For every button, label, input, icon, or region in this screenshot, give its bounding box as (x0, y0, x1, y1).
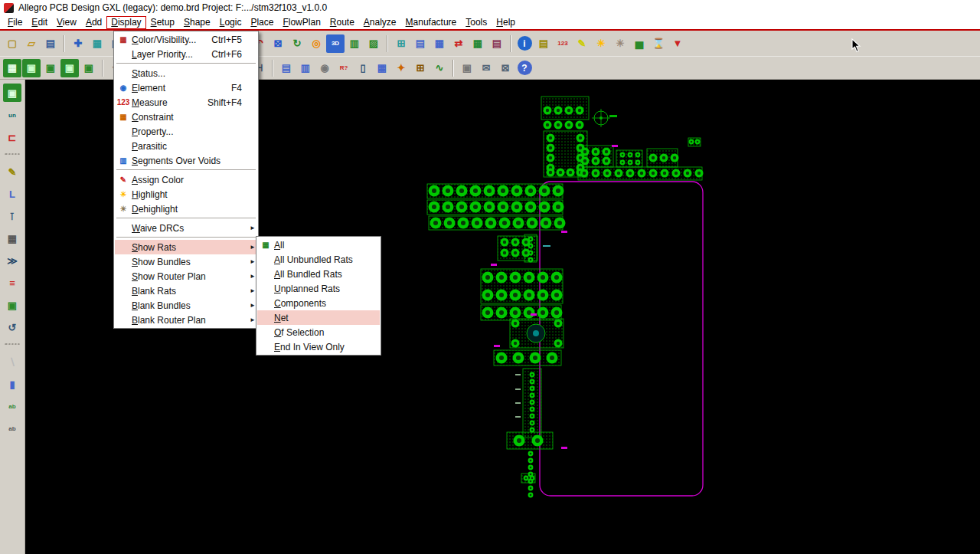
visibility-save2-icon[interactable]: ▣ (41, 59, 60, 77)
menu-item-rats-end-in-view[interactable]: End In View Only (257, 339, 380, 354)
board-small-icon[interactable]: ▣ (3, 296, 21, 314)
move-icon[interactable]: ✚ (69, 34, 87, 53)
crop-tool-icon[interactable]: ▦ (3, 229, 21, 247)
menu-route[interactable]: Route (325, 16, 359, 29)
cross-section-icon[interactable]: ▤ (488, 34, 506, 53)
color192-icon[interactable]: ▦ (3, 59, 21, 77)
film-icon[interactable]: ▥ (345, 34, 364, 53)
measure-123-icon[interactable]: 123 (554, 34, 572, 53)
panel-icon[interactable]: ▯ (354, 59, 372, 77)
menu-shape[interactable]: Shape (179, 16, 215, 29)
help-icon[interactable]: ? (518, 61, 532, 75)
menu-item-measure[interactable]: 123 Measure Shift+F4 (115, 95, 257, 110)
line-tool-icon[interactable]: ∖ (3, 352, 21, 371)
zoom-selection-icon[interactable]: ⊠ (269, 34, 287, 53)
report-icon[interactable]: ▤ (534, 34, 553, 53)
add-text-icon[interactable]: ab (3, 397, 21, 415)
hourglass-icon[interactable]: ⌛ (649, 34, 668, 53)
menu-display[interactable]: Display (106, 16, 145, 29)
menu-manufacture[interactable]: Manufacture (401, 16, 462, 29)
menu-item-blank-bundles[interactable]: Blank Bundles ► (115, 298, 257, 313)
refdes-icon[interactable]: R? (335, 59, 353, 77)
save-icon[interactable]: ▤ (41, 34, 60, 53)
menu-item-blank-router-plan[interactable]: Blank Router Plan ► (115, 313, 257, 327)
edit-text-icon[interactable]: ab (3, 419, 21, 438)
visibility-save3-icon[interactable]: ▣ (60, 59, 79, 77)
label-tool-icon[interactable]: L (3, 185, 21, 203)
3d-view-icon[interactable]: 3D (326, 34, 345, 53)
menu-item-color-visibility[interactable]: ▦ Color/Visibility... Ctrl+F5 (115, 32, 257, 47)
menu-item-rats-components[interactable]: Components (257, 296, 380, 310)
menu-item-show-router-plan[interactable]: Show Router Plan ► (115, 269, 257, 284)
open-folder-icon[interactable]: ▱ (22, 34, 41, 53)
snap-grid-icon[interactable]: ⊞ (411, 59, 430, 77)
menu-edit[interactable]: Edit (27, 16, 52, 29)
connector-icon[interactable]: ⊏ (3, 128, 21, 146)
menu-item-highlight[interactable]: ☀ Highlight (115, 187, 257, 202)
menu-item-parasitic[interactable]: Parasitic (115, 139, 257, 153)
etch-edit-icon[interactable]: ≡ (3, 274, 21, 292)
menu-item-rats-all[interactable]: ▦ All (257, 238, 380, 252)
dehighlight-icon[interactable]: ☀ (611, 34, 629, 53)
mail-x-icon[interactable]: ⊠ (496, 59, 514, 77)
new-icon[interactable]: ▢ (3, 34, 21, 53)
highlight-pen-icon[interactable]: ✎ (573, 34, 591, 53)
menu-item-waive-drcs[interactable]: Waive DRCs ► (115, 221, 257, 235)
menu-item-rats-of-selection[interactable]: Of Selection (257, 325, 380, 339)
pin-tool-icon[interactable]: ⊺ (3, 207, 21, 225)
spreadsheet-icon[interactable]: ▦ (469, 34, 487, 53)
copy-view-icon[interactable]: ▣ (458, 59, 476, 77)
visibility-save1-icon[interactable]: ▣ (22, 59, 41, 77)
menu-file[interactable]: File (3, 16, 27, 29)
info-icon[interactable]: i (518, 36, 532, 51)
artwork-icon[interactable]: ▨ (364, 34, 383, 53)
film-record-icon[interactable]: ▤ (277, 59, 296, 77)
checker-icon[interactable]: ▦ (373, 59, 391, 77)
mail-send-icon[interactable]: ✉ (477, 59, 495, 77)
redraw-icon[interactable]: ↻ (288, 34, 306, 53)
menu-analyze[interactable]: Analyze (359, 16, 401, 29)
property-icon[interactable]: ▤ (411, 34, 430, 53)
menu-item-element[interactable]: ◉ Element F4 (115, 80, 257, 95)
menu-place[interactable]: Place (246, 16, 278, 29)
menu-item-rats-unplanned[interactable]: Unplanned Rats (257, 281, 380, 296)
menu-help[interactable]: Help (492, 16, 520, 29)
swap-icon[interactable]: ⇄ (449, 34, 468, 53)
module-icon[interactable]: ▥ (296, 59, 315, 77)
waveform-icon[interactable]: ∿ (430, 59, 449, 77)
menu-item-rats-all-unbundled[interactable]: All Unbundled Rats (257, 252, 380, 267)
grid-icon[interactable]: ⊞ (392, 34, 410, 53)
pencil-tool-icon[interactable]: ✎ (3, 162, 21, 181)
menu-logic[interactable]: Logic (215, 16, 247, 29)
menu-add[interactable]: Add (81, 16, 106, 29)
glue-icon[interactable]: ✦ (392, 59, 410, 77)
probe-icon[interactable]: ◉ (315, 59, 334, 77)
filter-rats-icon[interactable]: ▼ (668, 34, 687, 53)
visibility-board-icon[interactable]: ▣ (3, 84, 21, 102)
menu-item-segments-over-voids[interactable]: ▥ Segments Over Voids (115, 153, 257, 168)
fast-forward-icon[interactable]: ≫ (3, 251, 21, 270)
menu-setup[interactable]: Setup (146, 16, 179, 29)
menu-item-rats-all-bundled[interactable]: All Bundled Rats (257, 267, 380, 281)
menu-flowplan[interactable]: FlowPlan (278, 16, 325, 29)
menu-tools[interactable]: Tools (461, 16, 492, 29)
menu-item-property[interactable]: Property... (115, 124, 257, 139)
highlight-icon[interactable]: ☀ (592, 34, 610, 53)
bar-chart-icon[interactable]: ▅ (630, 34, 648, 53)
show-rats-icon[interactable]: ▦ (88, 34, 106, 53)
target-icon[interactable]: ◎ (307, 34, 325, 53)
menu-item-blank-rats[interactable]: Blank Rats ► (115, 284, 257, 298)
rect-tool-icon[interactable]: ▮ (3, 375, 21, 393)
menu-item-show-rats[interactable]: Show Rats ► (115, 240, 257, 254)
menu-item-show-bundles[interactable]: Show Bundles ► (115, 254, 257, 269)
menu-item-layer-priority[interactable]: Layer Priority... Ctrl+F6 (115, 47, 257, 61)
menu-item-rats-net[interactable]: Net (257, 310, 380, 325)
menu-view[interactable]: View (52, 16, 81, 29)
menu-item-assign-color[interactable]: ✎ Assign Color (115, 172, 257, 187)
menu-item-dehighlight[interactable]: ☀ Dehighlight (115, 202, 257, 216)
constraint-manager-icon[interactable]: ▦ (430, 34, 449, 53)
rotate-icon[interactable]: ↺ (3, 318, 21, 336)
visibility-save4-icon[interactable]: ▣ (80, 59, 98, 77)
unrats-icon[interactable]: un (3, 106, 21, 124)
menu-item-constraint[interactable]: ▦ Constraint (115, 110, 257, 124)
